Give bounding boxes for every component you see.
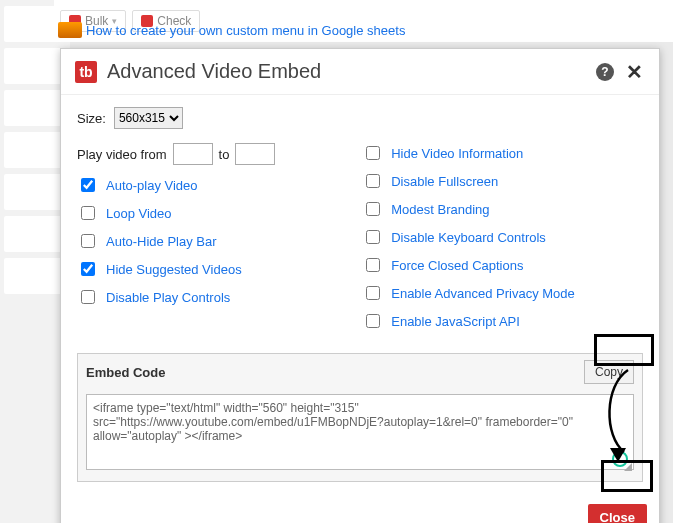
checkbox[interactable] bbox=[81, 206, 95, 220]
thumb bbox=[4, 132, 62, 168]
option-label[interactable]: Force Closed Captions bbox=[391, 258, 523, 273]
close-button[interactable]: Close bbox=[588, 504, 647, 523]
option-label[interactable]: Auto-Hide Play Bar bbox=[106, 234, 217, 249]
help-icon[interactable]: ? bbox=[596, 63, 614, 81]
option-label[interactable]: Enable JavaScript API bbox=[391, 314, 520, 329]
embed-code-textarea[interactable] bbox=[86, 394, 634, 470]
thumb bbox=[4, 258, 62, 294]
options-left-col: Play video from to Auto-play Video Loop … bbox=[77, 143, 332, 339]
dialog-header: tb Advanced Video Embed ? ✕ bbox=[61, 49, 659, 95]
option-disable-keyboard[interactable]: Disable Keyboard Controls bbox=[362, 227, 643, 247]
playfrom-end-input[interactable] bbox=[235, 143, 275, 165]
checkbox[interactable] bbox=[366, 230, 380, 244]
playfrom-start-input[interactable] bbox=[173, 143, 213, 165]
option-label[interactable]: Enable Advanced Privacy Mode bbox=[391, 286, 575, 301]
video-thumb-icon bbox=[58, 22, 82, 38]
size-row: Size: 560x315 bbox=[77, 107, 643, 129]
copy-button[interactable]: Copy bbox=[584, 360, 634, 384]
option-js-api[interactable]: Enable JavaScript API bbox=[362, 311, 643, 331]
option-privacy-mode[interactable]: Enable Advanced Privacy Mode bbox=[362, 283, 643, 303]
embed-label: Embed Code bbox=[86, 365, 165, 380]
thumb bbox=[4, 90, 62, 126]
checkbox[interactable] bbox=[366, 258, 380, 272]
option-disable-fullscreen[interactable]: Disable Fullscreen bbox=[362, 171, 643, 191]
options-right-col: Hide Video Information Disable Fullscree… bbox=[362, 143, 643, 339]
top-toolbar: Bulk ▾ Check How to create your own cust… bbox=[54, 0, 673, 42]
advanced-embed-dialog: tb Advanced Video Embed ? ✕ Size: 560x31… bbox=[60, 48, 660, 523]
close-icon[interactable]: ✕ bbox=[624, 62, 645, 82]
option-label[interactable]: Disable Fullscreen bbox=[391, 174, 498, 189]
play-from-row: Play video from to bbox=[77, 143, 332, 165]
tubebuddy-logo-icon: tb bbox=[75, 61, 97, 83]
playfrom-to: to bbox=[219, 147, 230, 162]
option-loop[interactable]: Loop Video bbox=[77, 203, 332, 223]
thumb bbox=[4, 216, 62, 252]
option-disable-controls[interactable]: Disable Play Controls bbox=[77, 287, 332, 307]
dialog-body: Size: 560x315 Play video from to Auto-pl… bbox=[61, 95, 659, 496]
checkbox[interactable] bbox=[81, 262, 95, 276]
thumb bbox=[4, 48, 62, 84]
checkbox[interactable] bbox=[81, 234, 95, 248]
option-force-cc[interactable]: Force Closed Captions bbox=[362, 255, 643, 275]
option-label[interactable]: Loop Video bbox=[106, 206, 172, 221]
checkbox[interactable] bbox=[366, 286, 380, 300]
grammarly-icon bbox=[612, 451, 628, 467]
option-hide-suggested[interactable]: Hide Suggested Videos bbox=[77, 259, 332, 279]
checkbox[interactable] bbox=[81, 290, 95, 304]
dialog-footer: Close bbox=[61, 496, 659, 523]
thumb bbox=[4, 174, 62, 210]
dialog-title: Advanced Video Embed bbox=[107, 60, 321, 83]
option-label[interactable]: Modest Branding bbox=[391, 202, 489, 217]
playfrom-label: Play video from bbox=[77, 147, 167, 162]
embed-panel: Embed Code Copy bbox=[77, 353, 643, 482]
size-select[interactable]: 560x315 bbox=[114, 107, 183, 129]
size-label: Size: bbox=[77, 111, 106, 126]
checkbox[interactable] bbox=[366, 202, 380, 216]
option-label[interactable]: Disable Play Controls bbox=[106, 290, 230, 305]
checkbox[interactable] bbox=[81, 178, 95, 192]
checkbox[interactable] bbox=[366, 314, 380, 328]
option-modest-branding[interactable]: Modest Branding bbox=[362, 199, 643, 219]
option-autohide-bar[interactable]: Auto-Hide Play Bar bbox=[77, 231, 332, 251]
option-autoplay[interactable]: Auto-play Video bbox=[77, 175, 332, 195]
option-label[interactable]: Disable Keyboard Controls bbox=[391, 230, 546, 245]
option-label[interactable]: Auto-play Video bbox=[106, 178, 198, 193]
option-label[interactable]: Hide Suggested Videos bbox=[106, 262, 242, 277]
option-hide-info[interactable]: Hide Video Information bbox=[362, 143, 643, 163]
checkbox[interactable] bbox=[366, 146, 380, 160]
checkbox[interactable] bbox=[366, 174, 380, 188]
option-label[interactable]: Hide Video Information bbox=[391, 146, 523, 161]
video-title-link[interactable]: How to create your own custom menu in Go… bbox=[86, 23, 405, 38]
